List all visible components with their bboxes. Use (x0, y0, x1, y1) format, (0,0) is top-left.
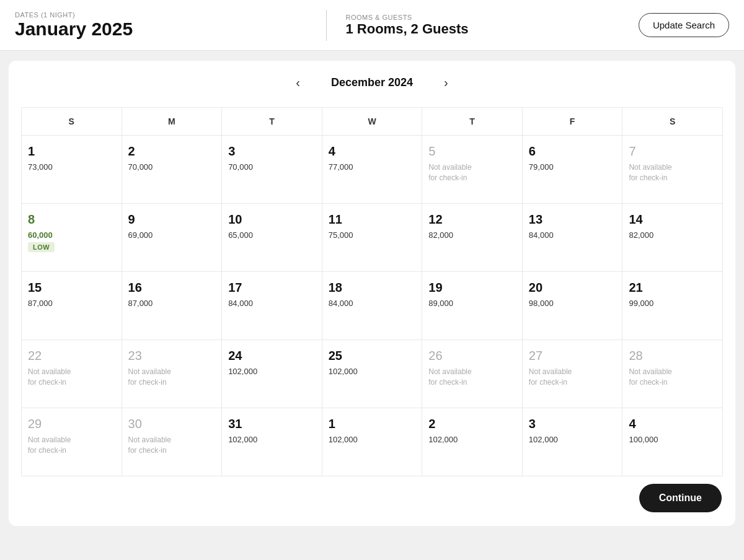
day-price: 99,000 (629, 299, 716, 308)
calendar-day-25[interactable]: 25102,000 (322, 340, 423, 408)
calendar-day-3[interactable]: 370,000 (222, 136, 322, 204)
day-price: 65,000 (228, 230, 316, 240)
day-number: 16 (128, 281, 216, 295)
day-price: 84,000 (529, 230, 616, 240)
rooms-section: ROOMS & GUESTS 1 Rooms, 2 Guests (345, 14, 638, 37)
rooms-value: 1 Rooms, 2 Guests (345, 21, 638, 37)
day-number: 20 (529, 281, 616, 295)
calendar-day-28: 28Not availablefor check-in (622, 340, 723, 408)
calendar-day-1[interactable]: 173,000 (22, 136, 122, 204)
day-number: 9 (128, 212, 216, 227)
day-price: 100,000 (629, 435, 716, 444)
day-number: 1 (329, 417, 416, 431)
calendar-day-8[interactable]: 860,000LOW (22, 204, 122, 272)
day-header-t-4: T (422, 108, 523, 136)
calendar-day-23: 23Not availablefor check-in (122, 340, 223, 408)
day-price: 87,000 (28, 299, 115, 308)
day-price: 84,000 (329, 299, 416, 308)
day-number: 31 (228, 417, 316, 431)
calendar-day-15[interactable]: 1587,000 (22, 272, 122, 340)
day-price: 77,000 (329, 162, 416, 172)
day-price: 102,000 (329, 367, 416, 376)
day-number: 30 (128, 417, 216, 431)
calendar-day-4[interactable]: 477,000 (322, 136, 423, 204)
dates-value: January 2025 (15, 19, 308, 40)
day-header-m-1: M (122, 108, 223, 136)
calendar-day-13[interactable]: 1384,000 (523, 204, 623, 272)
day-price: 60,000 (28, 230, 115, 240)
day-number: 3 (228, 144, 316, 159)
calendar-day-27: 27Not availablefor check-in (523, 340, 623, 408)
day-header-w-3: W (322, 108, 423, 136)
calendar-day-6[interactable]: 679,000 (523, 136, 623, 204)
day-price: 102,000 (428, 435, 516, 444)
calendar-day-30: 30Not availablefor check-in (122, 408, 223, 476)
calendar-day-18[interactable]: 1884,000 (322, 272, 423, 340)
calendar-day-3[interactable]: 3102,000 (523, 408, 623, 476)
day-price: 102,000 (228, 435, 316, 444)
day-number: 12 (428, 212, 516, 227)
continue-button[interactable]: Continue (639, 484, 722, 512)
calendar-day-17[interactable]: 1784,000 (222, 272, 322, 340)
calendar-day-20[interactable]: 2098,000 (523, 272, 623, 340)
dates-label: DATES (1 NIGHT) (15, 11, 308, 19)
update-search-button[interactable]: Update Search (639, 13, 729, 37)
day-price: 75,000 (329, 230, 416, 240)
day-number: 4 (329, 144, 416, 159)
day-price: 84,000 (228, 299, 316, 308)
day-number: 5 (428, 144, 516, 159)
day-price: Not availablefor check-in (428, 367, 516, 388)
calendar-day-24[interactable]: 24102,000 (222, 340, 322, 408)
day-header-f-5: F (523, 108, 623, 136)
calendar-day-14[interactable]: 1482,000 (622, 204, 723, 272)
day-number: 14 (629, 212, 716, 227)
day-number: 27 (529, 349, 616, 363)
day-price: 70,000 (128, 162, 216, 172)
dates-section: DATES (1 NIGHT) January 2025 (15, 11, 308, 40)
rooms-label: ROOMS & GUESTS (345, 14, 638, 21)
day-price: 73,000 (28, 162, 115, 172)
prev-month-button[interactable]: ‹ (290, 73, 306, 92)
day-price: 89,000 (428, 299, 516, 308)
day-number: 29 (28, 417, 115, 431)
day-price: 98,000 (529, 299, 616, 308)
day-price: 79,000 (529, 162, 616, 172)
calendar-nav: ‹ December 2024 › (21, 73, 723, 92)
calendar-day-31[interactable]: 31102,000 (222, 408, 322, 476)
day-number: 2 (428, 417, 516, 431)
calendar-day-7: 7Not availablefor check-in (622, 136, 723, 204)
day-price: 102,000 (329, 435, 416, 444)
next-month-button[interactable]: › (438, 73, 454, 92)
day-number: 28 (629, 349, 716, 363)
day-number: 2 (128, 144, 216, 159)
calendar-day-16[interactable]: 1687,000 (122, 272, 223, 340)
day-number: 8 (28, 212, 115, 227)
day-price: 82,000 (428, 230, 516, 240)
day-header-s-6: S (622, 108, 723, 136)
calendar-day-21[interactable]: 2199,000 (622, 272, 723, 340)
calendar-day-10[interactable]: 1065,000 (222, 204, 322, 272)
calendar-day-26: 26Not availablefor check-in (422, 340, 523, 408)
calendar-day-19[interactable]: 1989,000 (422, 272, 523, 340)
calendar-day-5: 5Not availablefor check-in (422, 136, 523, 204)
calendar-day-1[interactable]: 1102,000 (322, 408, 423, 476)
day-number: 6 (529, 144, 616, 159)
day-price: Not availablefor check-in (28, 435, 115, 456)
calendar-day-12[interactable]: 1282,000 (422, 204, 523, 272)
day-number: 7 (629, 144, 716, 159)
day-number: 19 (428, 281, 516, 295)
calendar-grid: SMTWTFS173,000270,000370,000477,0005Not … (21, 107, 723, 476)
day-price: 82,000 (629, 230, 716, 240)
calendar-day-9[interactable]: 969,000 (122, 204, 223, 272)
header: DATES (1 NIGHT) January 2025 ROOMS & GUE… (0, 0, 744, 51)
day-price: 87,000 (128, 299, 216, 308)
calendar-day-4[interactable]: 4100,000 (622, 408, 723, 476)
day-price: 70,000 (228, 162, 316, 172)
calendar-day-2[interactable]: 2102,000 (422, 408, 523, 476)
day-number: 24 (228, 349, 316, 363)
calendar-day-11[interactable]: 1175,000 (322, 204, 423, 272)
day-number: 3 (529, 417, 616, 431)
day-number: 22 (28, 349, 115, 363)
day-number: 4 (629, 417, 716, 431)
calendar-day-2[interactable]: 270,000 (122, 136, 223, 204)
